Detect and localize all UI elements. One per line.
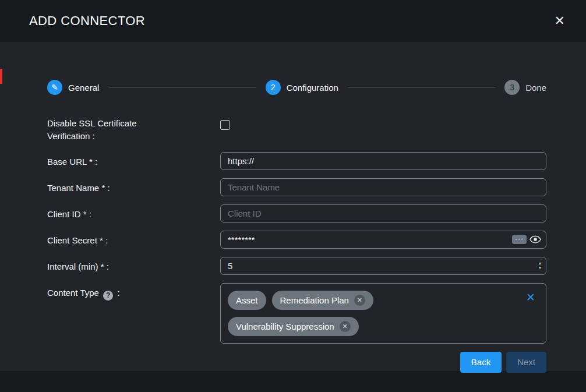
number-stepper[interactable]: ▴ ▾ [539,261,541,270]
interval-input[interactable] [220,257,546,275]
remove-tag-icon[interactable]: ✕ [354,295,365,306]
client-id-input[interactable] [220,204,546,223]
step-done: 3 Done [504,80,546,95]
eye-icon[interactable] [529,235,541,243]
content-type-multiselect[interactable]: Asset Remediation Plan ✕ Vulnerability S… [220,283,546,344]
step-general-label: General [68,83,99,93]
stepper-down-icon[interactable]: ▾ [539,266,541,270]
step-configuration-label: Configuration [287,83,338,93]
interval-label: Interval (min) * : [47,257,220,273]
client-id-label: Client ID * : [47,204,220,221]
tenant-name-label: Tenant Name * : [47,178,220,195]
clear-all-icon[interactable]: ✕ [526,292,535,303]
content-type-row: Content Type ? : Asset Remediation Plan … [47,283,546,344]
client-id-row: Client ID * : [47,204,546,223]
tenant-name-row: Tenant Name * : [47,178,546,196]
content-type-label-colon: : [117,288,119,298]
step-done-label: Done [525,83,546,93]
tag-remediation-plan-label: Remediation Plan [280,295,349,305]
ssl-verification-row: Disable SSL Certificate Verification : [47,117,546,143]
back-button[interactable]: Back [460,352,502,373]
next-button[interactable]: Next [506,352,546,373]
tenant-name-input[interactable] [220,178,546,196]
tag-remediation-plan[interactable]: Remediation Plan ✕ [272,291,373,310]
base-url-row: Base URL * : [47,152,546,170]
tag-list: Asset Remediation Plan ✕ Vulnerability S… [228,291,507,336]
ssl-verification-checkbox[interactable] [220,120,230,130]
content-type-label-text: Content Type [47,288,99,298]
step-connector-line [348,87,495,88]
remove-tag-icon[interactable]: ✕ [340,321,351,332]
step-connector-line [108,87,256,88]
tag-vulnerability-suppression[interactable]: Vulnerability Suppression ✕ [228,317,359,336]
close-icon[interactable]: ✕ [555,15,565,27]
wizard-actions: Back Next [47,352,546,373]
client-secret-label: Client Secret * : [47,231,220,247]
help-icon[interactable]: ? [103,291,113,301]
edit-pencil-icon: ✎ [47,80,62,95]
client-secret-row: Client Secret * : ··· [47,231,546,249]
tag-vulnerability-suppression-label: Vulnerability Suppression [236,322,334,331]
content-type-label: Content Type ? : [47,283,220,301]
modal-body: ✎ General 2 Configuration 3 Done Disable… [0,42,586,371]
step-configuration[interactable]: 2 Configuration [266,80,338,95]
step-3-indicator: 3 [504,80,520,95]
modal-header: ADD CONNECTOR ✕ [0,0,586,42]
base-url-input[interactable] [220,152,546,170]
client-secret-input[interactable] [220,231,546,249]
tag-asset-label: Asset [236,295,258,305]
step-2-indicator: 2 [266,80,281,95]
ssl-verification-label: Disable SSL Certificate Verification : [47,117,220,143]
notification-edge [0,69,2,84]
ssl-label-line2: Verification : [47,131,95,141]
step-general[interactable]: ✎ General [47,80,99,95]
interval-row: Interval (min) * : ▴ ▾ [47,257,546,275]
base-url-label: Base URL * : [47,152,220,168]
ssl-label-line1: Disable SSL Certificate [47,118,137,128]
wizard-stepper: ✎ General 2 Configuration 3 Done [47,80,546,95]
autofill-ellipsis-icon[interactable]: ··· [512,235,527,244]
tag-asset[interactable]: Asset [228,291,266,310]
page-title: ADD CONNECTOR [29,13,145,29]
